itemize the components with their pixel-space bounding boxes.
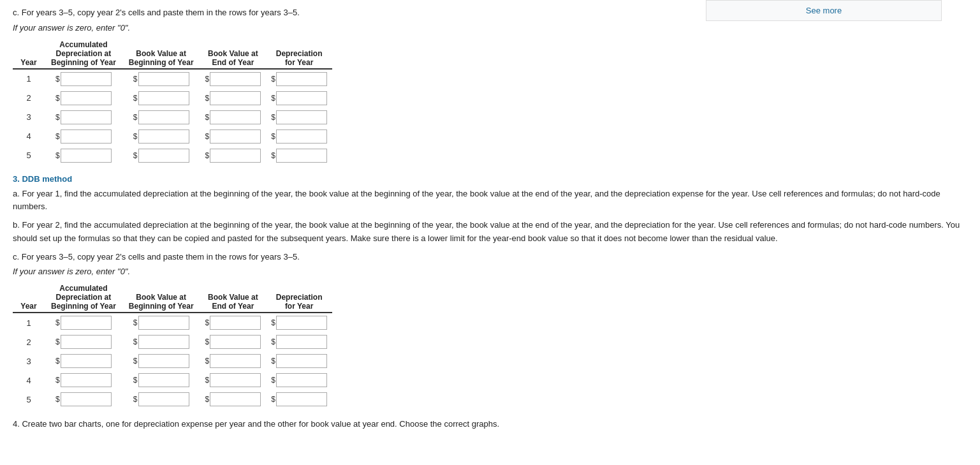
dollar-input-wrapper: $ [205, 392, 261, 406]
value-input-accum-dep[interactable] [61, 149, 112, 163]
value-input-book-begin[interactable] [138, 149, 189, 163]
dollar-sign: $ [133, 395, 138, 404]
table1-header-book-begin: Book Value atBeginning of Year [122, 39, 200, 69]
value-input-book-begin[interactable] [138, 335, 189, 349]
table-cell-book-end: $ [200, 146, 267, 165]
table-cell-dep-year: $ [266, 146, 332, 165]
value-input-dep-year[interactable] [276, 110, 327, 124]
dollar-sign: $ [205, 151, 210, 160]
table2-header-year: Year [13, 283, 45, 313]
dollar-sign: $ [271, 376, 275, 385]
value-input-book-end[interactable] [210, 91, 261, 105]
table-cell-book-end: $ [200, 89, 267, 108]
table-cell-dep-year: $ [266, 371, 332, 390]
dollar-input-wrapper: $ [271, 72, 327, 86]
zero-note-bottom: If your answer is zero, enter "0". [13, 267, 967, 276]
table-cell-book-begin: $ [122, 108, 200, 127]
value-input-accum-dep[interactable] [61, 316, 112, 330]
value-input-dep-year[interactable] [276, 335, 327, 349]
value-input-dep-year[interactable] [276, 316, 327, 330]
table-cell-dep-year: $ [266, 390, 332, 409]
dollar-sign: $ [271, 357, 275, 365]
table-cell-dep-year: $ [266, 69, 332, 89]
value-input-accum-dep[interactable] [61, 354, 112, 368]
table-row-year: 1 [13, 313, 45, 332]
table-cell-book-end: $ [200, 313, 267, 332]
value-input-accum-dep[interactable] [61, 72, 112, 86]
value-input-accum-dep[interactable] [61, 91, 112, 105]
value-input-accum-dep[interactable] [61, 373, 112, 387]
table-cell-accum-dep: $ [45, 332, 122, 351]
table1-header-accum-dep: AccumulatedDepreciation atBeginning of Y… [45, 39, 122, 69]
dollar-input-wrapper: $ [205, 373, 261, 387]
value-input-accum-dep[interactable] [61, 110, 112, 124]
table-cell-accum-dep: $ [45, 127, 122, 146]
value-input-book-begin[interactable] [138, 129, 189, 144]
value-input-accum-dep[interactable] [61, 392, 112, 406]
table-cell-book-end: $ [200, 351, 267, 371]
table1: Year AccumulatedDepreciation atBeginning… [13, 39, 332, 165]
see-more-button[interactable]: See more [706, 0, 942, 21]
instruction-c-bottom: c. For years 3–5, copy year 2's cells an… [13, 251, 967, 263]
dollar-input-wrapper: $ [133, 72, 189, 86]
dollar-sign: $ [271, 94, 275, 103]
table2-header-dep-year: Depreciationfor Year [266, 283, 332, 313]
value-input-dep-year[interactable] [276, 373, 327, 387]
table-row-year: 3 [13, 108, 45, 127]
value-input-dep-year[interactable] [276, 72, 327, 86]
dollar-input-wrapper: $ [271, 354, 327, 368]
value-input-book-end[interactable] [210, 392, 261, 406]
value-input-accum-dep[interactable] [61, 129, 112, 144]
dollar-sign: $ [133, 337, 138, 346]
dollar-sign: $ [133, 357, 138, 365]
dollar-input-wrapper: $ [133, 392, 189, 406]
dollar-sign: $ [133, 318, 138, 327]
table1-header-book-end: Book Value atEnd of Year [200, 39, 267, 69]
value-input-book-end[interactable] [210, 129, 261, 144]
value-input-dep-year[interactable] [276, 392, 327, 406]
table-cell-book-begin: $ [122, 146, 200, 165]
value-input-book-end[interactable] [210, 72, 261, 86]
value-input-book-begin[interactable] [138, 91, 189, 105]
value-input-book-begin[interactable] [138, 72, 189, 86]
value-input-book-begin[interactable] [138, 110, 189, 124]
value-input-accum-dep[interactable] [61, 335, 112, 349]
dollar-input-wrapper: $ [55, 72, 112, 86]
value-input-book-end[interactable] [210, 354, 261, 368]
value-input-book-end[interactable] [210, 373, 261, 387]
dollar-sign: $ [205, 94, 210, 103]
value-input-book-end[interactable] [210, 149, 261, 163]
value-input-dep-year[interactable] [276, 354, 327, 368]
value-input-dep-year[interactable] [276, 129, 327, 144]
dollar-input-wrapper: $ [205, 72, 261, 86]
table-row-year: 4 [13, 127, 45, 146]
table-cell-accum-dep: $ [45, 313, 122, 332]
value-input-book-end[interactable] [210, 316, 261, 330]
dollar-sign: $ [133, 113, 138, 122]
dollar-sign: $ [55, 75, 60, 84]
table-cell-dep-year: $ [266, 313, 332, 332]
section3-heading: 3. DDB method [13, 174, 967, 184]
value-input-book-begin[interactable] [138, 354, 189, 368]
dollar-input-wrapper: $ [271, 373, 327, 387]
value-input-dep-year[interactable] [276, 149, 327, 163]
dollar-input-wrapper: $ [133, 129, 189, 144]
value-input-book-begin[interactable] [138, 373, 189, 387]
instruction4: 4. Create two bar charts, one for deprec… [13, 418, 967, 431]
value-input-book-end[interactable] [210, 110, 261, 124]
table-cell-accum-dep: $ [45, 69, 122, 89]
value-input-book-end[interactable] [210, 335, 261, 349]
dollar-input-wrapper: $ [55, 129, 112, 144]
dollar-sign: $ [205, 337, 210, 346]
table-cell-dep-year: $ [266, 108, 332, 127]
dollar-sign: $ [133, 94, 138, 103]
dollar-input-wrapper: $ [55, 373, 112, 387]
value-input-dep-year[interactable] [276, 91, 327, 105]
table-cell-book-begin: $ [122, 127, 200, 146]
table-cell-accum-dep: $ [45, 89, 122, 108]
table2-header-accum-dep: AccumulatedDepreciation atBeginning of Y… [45, 283, 122, 313]
table-cell-book-end: $ [200, 371, 267, 390]
value-input-book-begin[interactable] [138, 392, 189, 406]
dollar-sign: $ [205, 376, 210, 385]
value-input-book-begin[interactable] [138, 316, 189, 330]
